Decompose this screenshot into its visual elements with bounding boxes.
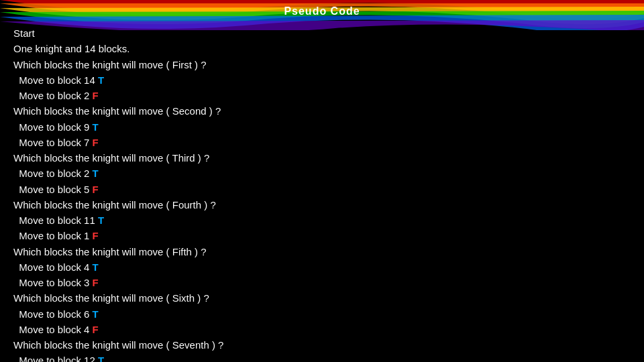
code-line: Move to block 7 F bbox=[13, 135, 631, 150]
false-label: F bbox=[93, 277, 99, 288]
true-label: T bbox=[98, 355, 104, 362]
code-line: Which blocks the knight will move ( Seco… bbox=[13, 103, 631, 119]
code-line: Move to block 5 F bbox=[13, 182, 631, 197]
code-line: Which blocks the knight will move ( Four… bbox=[13, 197, 631, 213]
code-line: Which blocks the knight will move ( Firs… bbox=[13, 57, 631, 72]
code-line: Move to block 4 F bbox=[13, 322, 631, 337]
code-line: Move to block 3 F bbox=[13, 275, 631, 290]
true-label: T bbox=[93, 121, 99, 133]
code-line: Which blocks the knight will move ( Sixt… bbox=[13, 290, 631, 306]
code-line: Which blocks the knight will move ( Seve… bbox=[13, 337, 631, 353]
main-content: StartOne knight and 14 blocks.Which bloc… bbox=[0, 0, 644, 362]
false-label: F bbox=[93, 230, 99, 241]
code-line: Move to block 2 F bbox=[13, 88, 631, 103]
code-line: Move to block 6 T bbox=[13, 306, 631, 322]
false-label: F bbox=[93, 137, 99, 148]
code-line: Move to block 11 T bbox=[13, 213, 631, 228]
true-label: T bbox=[93, 168, 99, 179]
true-label: T bbox=[98, 215, 104, 226]
code-line: Move to block 1 F bbox=[13, 228, 631, 243]
false-label: F bbox=[93, 184, 99, 195]
code-line: Move to block 9 T bbox=[13, 119, 631, 135]
code-line: Move to block 12 T bbox=[13, 353, 631, 362]
false-label: F bbox=[93, 90, 99, 101]
code-line: Which blocks the knight will move ( Thir… bbox=[13, 150, 631, 166]
page-title: Pseudo Code bbox=[284, 5, 360, 17]
false-label: F bbox=[93, 324, 99, 335]
true-label: T bbox=[93, 261, 99, 273]
code-line: Move to block 2 T bbox=[13, 166, 631, 181]
true-label: T bbox=[93, 308, 99, 320]
code-line: Move to block 14 T bbox=[13, 72, 631, 88]
code-line: Move to block 4 T bbox=[13, 259, 631, 275]
code-line: One knight and 14 blocks. bbox=[13, 41, 631, 56]
code-line: Which blocks the knight will move ( Fift… bbox=[13, 244, 631, 259]
code-line: Start bbox=[13, 25, 631, 41]
true-label: T bbox=[98, 74, 104, 86]
code-block: StartOne knight and 14 blocks.Which bloc… bbox=[13, 25, 631, 362]
